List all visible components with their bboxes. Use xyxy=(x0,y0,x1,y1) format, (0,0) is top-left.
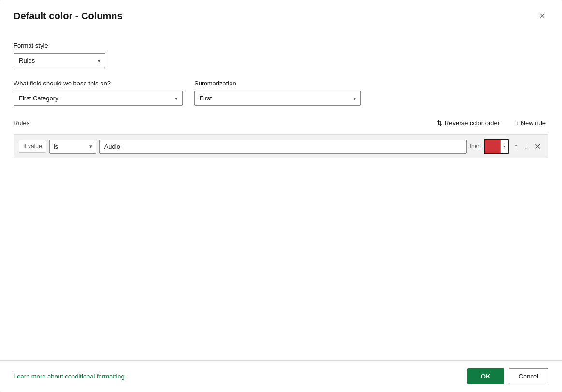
close-button[interactable]: × xyxy=(535,10,548,22)
rule-value-input[interactable] xyxy=(99,140,467,154)
reverse-color-order-button[interactable]: ⇅ Reverse color order xyxy=(434,117,503,128)
dialog-title: Default color - Columns xyxy=(14,11,123,22)
rules-actions: ⇅ Reverse color order + New rule xyxy=(434,117,548,128)
color-picker-button[interactable]: ▾ xyxy=(484,139,509,154)
dialog-body: Format style Rules Gradient Field value … xyxy=(0,30,562,360)
format-style-section: Format style Rules Gradient Field value … xyxy=(14,42,548,68)
dialog-footer: Learn more about conditional formatting … xyxy=(0,360,562,392)
summarization-select[interactable]: First Sum Average Min Max xyxy=(194,91,361,106)
rule-delete-button[interactable]: ✕ xyxy=(532,140,543,153)
format-style-wrapper: Rules Gradient Field value ▾ xyxy=(14,53,105,68)
field-base-label: What field should we base this on? xyxy=(14,80,183,87)
rules-label: Rules xyxy=(14,119,29,126)
condition-select-wrapper: is is not contains starts with ends with… xyxy=(49,140,96,154)
summarization-label: Summarization xyxy=(194,80,361,87)
field-select[interactable]: First Category Sales Category xyxy=(14,91,183,106)
rule-move-up-button[interactable]: ↑ xyxy=(512,141,520,152)
default-color-dialog: Default color - Columns × Format style R… xyxy=(0,0,562,392)
ok-button[interactable]: OK xyxy=(467,368,504,384)
field-summarization-row: What field should we base this on? First… xyxy=(14,80,548,106)
rule-move-down-button[interactable]: ↓ xyxy=(522,141,530,152)
learn-more-link[interactable]: Learn more about conditional formatting xyxy=(14,373,125,380)
rule-row: If value is is not contains starts with … xyxy=(14,134,548,158)
rule-row-actions: ↑ ↓ ✕ xyxy=(512,140,543,153)
if-value-label: If value xyxy=(19,140,46,153)
new-rule-plus-icon: + xyxy=(515,119,519,126)
reverse-color-label: Reverse color order xyxy=(445,119,500,126)
condition-select[interactable]: is is not contains starts with ends with xyxy=(49,140,96,154)
rules-section: Rules ⇅ Reverse color order + New rule I… xyxy=(14,117,548,158)
rules-header-row: Rules ⇅ Reverse color order + New rule xyxy=(14,117,548,128)
then-label: then xyxy=(470,143,481,150)
cancel-button[interactable]: Cancel xyxy=(509,368,548,384)
color-swatch xyxy=(485,140,500,153)
footer-buttons: OK Cancel xyxy=(467,368,548,384)
dialog-header: Default color - Columns × xyxy=(0,0,562,30)
field-select-wrapper: First Category Sales Category ▾ xyxy=(14,91,183,106)
reverse-color-icon: ⇅ xyxy=(437,119,442,126)
format-style-select[interactable]: Rules Gradient Field value xyxy=(14,53,105,68)
format-style-label: Format style xyxy=(14,42,548,49)
new-rule-button[interactable]: + New rule xyxy=(512,117,548,128)
color-chevron-icon: ▾ xyxy=(500,140,508,153)
new-rule-label: New rule xyxy=(521,119,546,126)
field-col: What field should we base this on? First… xyxy=(14,80,183,106)
summarization-select-wrapper: First Sum Average Min Max ▾ xyxy=(194,91,361,106)
summarization-col: Summarization First Sum Average Min Max … xyxy=(194,80,361,106)
